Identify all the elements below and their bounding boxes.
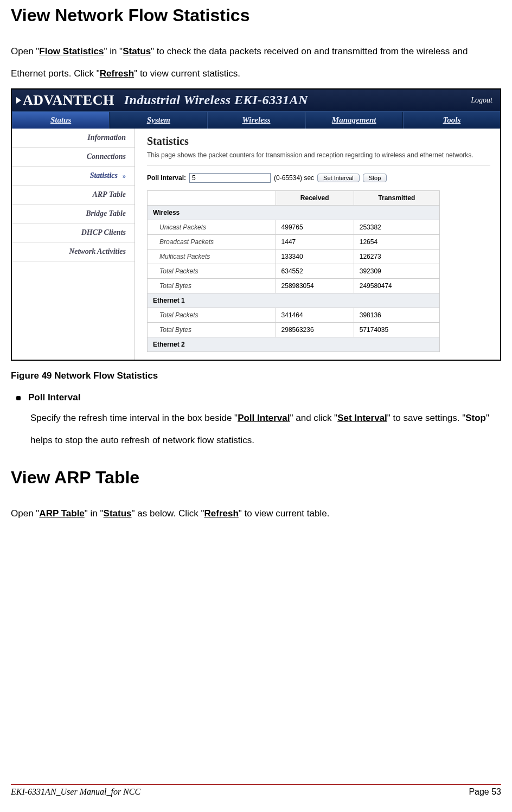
- section1-intro: Open "Flow Statistics" in "Status" to ch…: [11, 41, 501, 85]
- brand-logo: ADVANTECH: [12, 92, 120, 108]
- sidebar-item-information[interactable]: Information: [12, 129, 135, 148]
- section-heading-2: View ARP Table: [11, 468, 501, 488]
- sidebar-item-connections[interactable]: Connections: [12, 148, 135, 167]
- footer-doc-title: EKI-6331AN_User Manual_for NCC: [11, 787, 140, 797]
- col-empty: [148, 190, 276, 205]
- table-row: Total Bytes258983054249580474: [148, 278, 440, 293]
- divider: [147, 165, 490, 165]
- bullet-poll-interval: Poll Interval: [16, 392, 501, 403]
- page-footer: EKI-6331AN_User Manual_for NCC Page 53: [11, 784, 501, 797]
- product-title: Industrial Wireless EKI-6331AN: [120, 93, 471, 107]
- logout-link[interactable]: Logout: [471, 96, 500, 105]
- poll-interval-row: Poll Interval: (0-65534) sec Set Interva…: [147, 173, 490, 183]
- tab-tools[interactable]: Tools: [403, 112, 500, 129]
- sidebar-item-dhcp-clients[interactable]: DHCP Clients: [12, 223, 135, 242]
- col-transmitted: Transmitted: [354, 190, 439, 205]
- panel-title: Statistics: [147, 135, 490, 148]
- stop-button[interactable]: Stop: [363, 174, 387, 182]
- table-row: Total Packets341464398136: [148, 308, 440, 322]
- tab-status[interactable]: Status: [12, 112, 110, 129]
- table-group: Ethernet 2: [148, 337, 440, 351]
- col-received: Received: [276, 190, 354, 205]
- logo-triangle-icon: [16, 97, 21, 104]
- sidebar-item-bridge-table[interactable]: Bridge Table: [12, 204, 135, 223]
- set-interval-button[interactable]: Set Interval: [317, 174, 360, 182]
- main-panel: Statistics This page shows the packet co…: [135, 129, 500, 360]
- table-row: Total Bytes29856323657174035: [148, 322, 440, 337]
- router-ui-screenshot: ADVANTECH Industrial Wireless EKI-6331AN…: [11, 88, 501, 361]
- main-tabs: Status System Wireless Management Tools: [12, 111, 500, 129]
- bullet-title: Poll Interval: [28, 392, 80, 403]
- tab-management[interactable]: Management: [305, 112, 403, 129]
- sidebar-item-statistics[interactable]: Statistics »: [12, 167, 135, 186]
- footer-page-number: Page 53: [469, 787, 501, 797]
- table-row: Total Packets634552392309: [148, 264, 440, 278]
- router-header: ADVANTECH Industrial Wireless EKI-6331AN…: [12, 89, 500, 111]
- panel-description: This page shows the packet counters for …: [147, 151, 490, 159]
- poll-interval-input[interactable]: [189, 173, 271, 183]
- table-row: Broadcast Packets144712654: [148, 234, 440, 249]
- bullet-body: Specify the refresh time interval in the…: [30, 407, 501, 452]
- table-group: Ethernet 1: [148, 293, 440, 308]
- table-row: Multicast Packets133340126273: [148, 249, 440, 264]
- bullet-icon: [16, 396, 21, 400]
- sidebar-item-arp-table[interactable]: ARP Table: [12, 186, 135, 204]
- section-heading-1: View Network Flow Statistics: [11, 5, 501, 25]
- sidebar: Information Connections Statistics » ARP…: [12, 129, 135, 360]
- poll-range-text: (0-65534) sec: [274, 174, 314, 182]
- section2-intro: Open "ARP Table" in "Status" as below. C…: [11, 503, 501, 525]
- table-group: Wireless: [148, 205, 440, 220]
- tab-wireless[interactable]: Wireless: [207, 112, 305, 129]
- statistics-table: Received Transmitted WirelessUnicast Pac…: [147, 190, 440, 352]
- table-row: Unicast Packets499765253382: [148, 220, 440, 234]
- poll-interval-label: Poll Interval:: [147, 174, 186, 182]
- figure-caption: Figure 49 Network Flow Statistics: [11, 370, 501, 381]
- chevron-right-icon: »: [121, 172, 126, 180]
- sidebar-item-network-activities[interactable]: Network Activities: [12, 242, 135, 261]
- tab-system[interactable]: System: [110, 112, 207, 129]
